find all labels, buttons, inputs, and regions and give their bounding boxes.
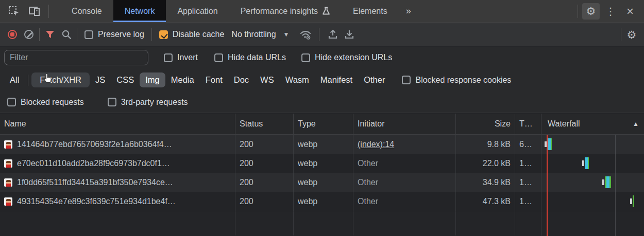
waterfall-bar: [551, 138, 552, 150]
preserve-log-checkbox[interactable]: Preserve log: [84, 30, 144, 39]
waterfall-connect-blip: [630, 198, 632, 204]
resource-type-filter-row: All Fetch/XHR JS CSS Img Media Font Doc …: [0, 68, 644, 92]
settings-gear-icon[interactable]: ⚙: [582, 3, 600, 20]
throttling-dropdown[interactable]: No throttling ▼: [231, 30, 289, 39]
network-conditions-icon[interactable]: [297, 26, 314, 43]
column-header-time[interactable]: T…: [515, 114, 541, 134]
tab-elements[interactable]: Elements: [342, 0, 399, 22]
type-filter-img[interactable]: Img: [140, 72, 165, 87]
requests-table: Name Status Type Initiator Size T… Water…: [0, 114, 644, 236]
disable-cache-label: Disable cache: [173, 30, 225, 39]
type-filter-js[interactable]: JS: [90, 72, 111, 87]
type-filter-wasm[interactable]: Wasm: [280, 72, 315, 87]
close-devtools-icon[interactable]: ×: [621, 3, 639, 20]
type-filter-fetch-xhr[interactable]: Fetch/XHR: [31, 72, 90, 87]
customize-menu-icon[interactable]: ⋮: [602, 3, 619, 20]
tab-application[interactable]: Application: [166, 0, 229, 22]
disable-cache-box[interactable]: [159, 30, 168, 39]
request-favicon: [4, 178, 12, 187]
invert-box[interactable]: [164, 53, 173, 62]
waterfall-cell: [541, 135, 644, 154]
type-filter-doc[interactable]: Doc: [228, 72, 255, 87]
hide-extension-urls-box[interactable]: [301, 53, 310, 62]
more-filters-row: Blocked requests 3rd-party requests: [0, 92, 644, 113]
type-filter-manifest[interactable]: Manifest: [315, 72, 358, 87]
tabbar-divider: [48, 5, 49, 18]
waterfall-cell: [541, 154, 644, 173]
blocked-requests-checkbox[interactable]: Blocked requests: [7, 98, 84, 107]
hide-extension-urls-checkbox[interactable]: Hide extension URLs: [301, 53, 392, 62]
blocked-response-cookies-checkbox[interactable]: Blocked response cookies: [402, 76, 511, 85]
request-favicon: [4, 140, 12, 149]
tab-performance-insights[interactable]: Performance insights: [229, 0, 342, 22]
type-filter-font[interactable]: Font: [200, 72, 228, 87]
type-filter-media[interactable]: Media: [165, 72, 200, 87]
waterfall-event-redline: [547, 135, 548, 236]
sort-ascending-icon: ▲: [633, 120, 639, 128]
more-tabs-icon[interactable]: »: [399, 0, 419, 22]
third-party-requests-checkbox[interactable]: 3rd-party requests: [108, 98, 188, 107]
inspect-element-icon[interactable]: [5, 3, 23, 20]
column-header-status[interactable]: Status: [235, 114, 294, 134]
request-type: webp: [298, 159, 317, 168]
request-status: 200: [240, 140, 253, 149]
column-header-initiator[interactable]: Initiator: [353, 114, 456, 134]
search-icon[interactable]: [58, 26, 75, 43]
preserve-log-label: Preserve log: [98, 30, 144, 39]
type-filter-all[interactable]: All: [4, 72, 25, 87]
chevron-down-icon: ▼: [283, 31, 290, 38]
export-har-icon[interactable]: [341, 26, 358, 43]
request-size: 9.8 kB: [487, 140, 511, 149]
request-status: 200: [240, 197, 253, 206]
filter-input[interactable]: [4, 50, 148, 65]
disable-cache-checkbox[interactable]: Disable cache: [159, 30, 225, 39]
record-network-log-icon[interactable]: [4, 26, 21, 43]
import-har-icon[interactable]: [325, 26, 341, 43]
blocked-requests-box[interactable]: [7, 98, 16, 106]
waterfall-cell: [541, 192, 644, 211]
third-party-requests-label: 3rd-party requests: [121, 98, 188, 107]
preserve-log-box[interactable]: [84, 30, 93, 39]
clear-network-log-icon[interactable]: [21, 26, 37, 43]
column-header-name[interactable]: Name: [0, 114, 235, 134]
column-header-size[interactable]: Size: [456, 114, 515, 134]
request-time: 1…: [519, 178, 532, 187]
flask-icon: [322, 7, 330, 16]
tab-console[interactable]: Console: [60, 0, 113, 22]
waterfall-bar: [588, 157, 589, 169]
hide-data-urls-box[interactable]: [214, 53, 223, 62]
type-filter-other[interactable]: Other: [358, 72, 391, 87]
third-party-requests-box[interactable]: [108, 98, 116, 106]
blocked-response-cookies-box[interactable]: [402, 76, 411, 84]
invert-checkbox[interactable]: Invert: [164, 53, 198, 62]
type-filter-ws[interactable]: WS: [255, 72, 280, 87]
chip-divider: [28, 75, 28, 86]
column-header-waterfall[interactable]: Waterfall ▲: [541, 114, 644, 134]
request-initiator-link[interactable]: (index):14: [358, 140, 394, 149]
filter-funnel-icon[interactable]: [42, 26, 58, 43]
blocked-response-cookies-label: Blocked response cookies: [415, 76, 511, 85]
request-name: 493154354e7e89c3f639c751e934d1be4f…: [17, 197, 176, 206]
network-settings-gear-icon[interactable]: ⚙: [623, 26, 640, 43]
column-header-type[interactable]: Type: [294, 114, 353, 134]
toolbar-divider-4: [319, 28, 319, 41]
request-size: 47.3 kB: [483, 197, 511, 206]
blocked-requests-label: Blocked requests: [21, 98, 84, 107]
tabbar-right-divider: [578, 5, 578, 18]
request-initiator: Other: [358, 197, 378, 206]
column-divider: [293, 211, 294, 235]
toolbar-divider-2: [77, 28, 77, 41]
tab-network[interactable]: Network: [113, 0, 166, 22]
toolbar-divider-5: [621, 28, 621, 41]
hide-data-urls-checkbox[interactable]: Hide data URLs: [214, 53, 286, 62]
waterfall-bar: [609, 176, 611, 188]
type-filter-css[interactable]: CSS: [111, 72, 140, 87]
hide-extension-urls-label: Hide extension URLs: [315, 53, 392, 62]
invert-label: Invert: [177, 53, 198, 62]
network-toolbar: Preserve log Disable cache No throttling…: [0, 23, 644, 46]
waterfall-bar: [547, 138, 551, 150]
request-name: e70ec011d10add2ba28f9c6973b7dc0f1…: [17, 159, 170, 168]
toolbar-divider-3: [151, 28, 152, 41]
device-toolbar-icon[interactable]: [26, 3, 43, 20]
request-name: 141464b77ebd76570693f2e1a6b0364f4…: [17, 140, 172, 149]
